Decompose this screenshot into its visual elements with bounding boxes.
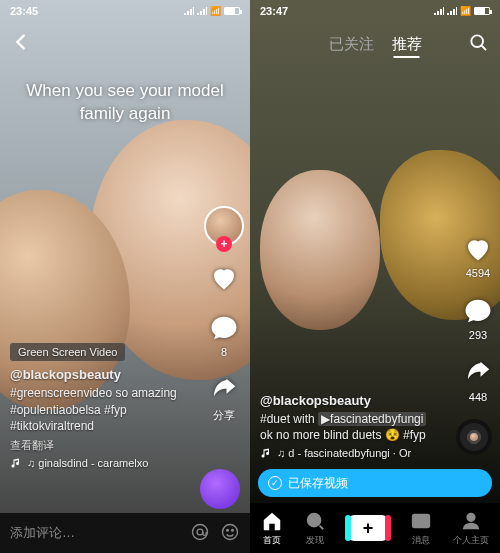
video-description[interactable]: #greenscreenvideo so amazing #opulentiao… [10,385,190,434]
search-icon [304,510,326,532]
tab-for-you[interactable]: 推荐 [392,35,422,54]
tab-label: 首页 [263,534,281,547]
share-icon [208,374,240,406]
like-count: 4594 [466,267,490,279]
phone-screen-left: 23:45 📶 When you see your model family a… [0,0,250,553]
check-icon: ✓ [268,476,282,490]
music-row[interactable]: ♫ d - fascinatedbyfungi · Or [260,447,440,459]
sound-disc[interactable] [456,419,492,455]
action-rail: 4594 293 448 [462,233,494,403]
plus-icon: + [363,518,374,539]
battery-icon [474,7,490,15]
music-note-icon [260,447,272,459]
author-username[interactable]: @blackopsbeauty [260,393,440,408]
battery-icon [224,7,240,15]
share-button[interactable]: 448 [462,357,494,403]
comment-input[interactable]: 添加评论… [10,524,180,542]
comment-count: 293 [469,329,487,341]
emoji-button[interactable] [220,522,240,545]
action-rail: + 8 分享 [204,206,244,423]
share-icon [462,357,494,389]
status-time: 23:45 [10,5,38,17]
tab-label: 发现 [306,534,324,547]
phone-screen-right: 23:47 📶 已关注 推荐 4594 293 [250,0,500,553]
svg-rect-7 [412,514,429,527]
music-row[interactable]: ♫ ginalsdind - caramelxo [10,457,190,469]
wifi-icon: 📶 [210,6,221,16]
svg-point-5 [471,35,483,47]
wifi-icon: 📶 [460,6,471,16]
video-description[interactable]: #duet with ▶fascinatedbyfungi ok no more… [260,411,440,443]
comment-count: 8 [221,346,227,358]
like-button[interactable] [208,262,240,296]
signal-icon [197,7,207,15]
video-meta: @blackopsbeauty #duet with ▶fascinatedby… [260,393,440,459]
home-icon [261,510,283,532]
svg-point-1 [197,529,203,535]
status-time: 23:47 [260,5,288,17]
back-button[interactable] [10,31,32,57]
duet-handle[interactable]: ▶fascinatedbyfungi [318,412,426,426]
music-note-icon [10,457,22,469]
tab-home[interactable]: 首页 [261,510,283,547]
search-button[interactable] [468,32,488,56]
profile-icon [460,510,482,532]
status-bar: 23:45 📶 [0,0,250,22]
floating-action-button[interactable] [200,469,240,509]
signal-icon [184,7,194,15]
svg-point-0 [193,524,208,539]
top-nav: 已关注 推荐 [250,26,500,62]
bottom-tab-bar: 首页 发现 + 消息 个人主页 [250,503,500,553]
caption-line: family again [24,103,226,126]
svg-point-6 [308,513,321,526]
share-count: 448 [469,391,487,403]
comment-button[interactable]: 8 [208,312,240,358]
see-translation[interactable]: 查看翻译 [10,438,190,453]
video-meta: Green Screen Video @blackopsbeauty #gree… [10,343,190,469]
status-icons: 📶 [184,6,240,16]
saved-banner-text: 已保存视频 [288,475,348,492]
video-person [260,170,380,330]
tab-label: 个人主页 [453,534,489,547]
share-button[interactable]: 分享 [208,374,240,423]
tab-profile[interactable]: 个人主页 [453,510,489,547]
desc-text: #duet with [260,412,318,426]
tab-following[interactable]: 已关注 [329,35,374,54]
svg-point-4 [232,529,234,531]
comment-icon [462,295,494,327]
status-icons: 📶 [434,6,490,16]
mention-button[interactable] [190,522,210,545]
saved-banner[interactable]: ✓ 已保存视频 [258,469,492,497]
caption-line: When you see your model [24,80,226,103]
share-label: 分享 [213,408,235,423]
comment-bar: 添加评论… [0,513,250,553]
status-bar: 23:47 📶 [250,0,500,22]
svg-point-2 [223,524,238,539]
video-overlay-text: When you see your model family again [0,80,250,126]
heart-icon [462,233,494,265]
feed-tabs: 已关注 推荐 [329,35,422,54]
comment-icon [208,312,240,344]
desc-text: ok no more blind duets 😵 #fyp [260,428,426,442]
top-nav [0,26,250,62]
author-avatar[interactable]: + [204,206,244,246]
svg-point-8 [468,513,475,520]
signal-icon [447,7,457,15]
music-title: ♫ ginalsdind - caramelxo [27,457,148,469]
signal-icon [434,7,444,15]
svg-point-3 [227,529,229,531]
inbox-icon [410,510,432,532]
tab-discover[interactable]: 发现 [304,510,326,547]
effect-pill[interactable]: Green Screen Video [10,343,125,361]
tab-label: 消息 [412,534,430,547]
comment-button[interactable]: 293 [462,295,494,341]
follow-plus-icon[interactable]: + [216,236,232,252]
tab-inbox[interactable]: 消息 [410,510,432,547]
author-username[interactable]: @blackopsbeauty [10,367,190,382]
music-title: ♫ d - fascinatedbyfungi · Or [277,447,411,459]
like-button[interactable]: 4594 [462,233,494,279]
post-button[interactable]: + [348,515,388,541]
heart-icon [208,262,240,294]
